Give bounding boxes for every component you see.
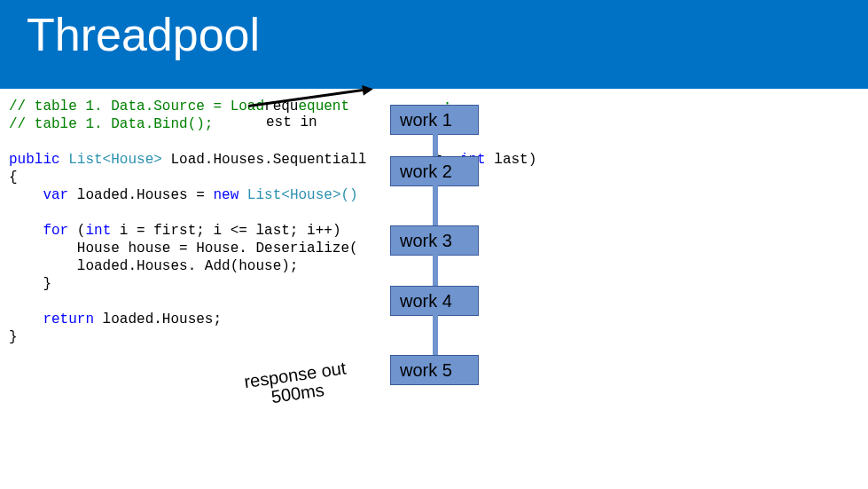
code-line-7: House house = House. Deserialize( [9,241,358,256]
workbox-5-label: work 5 [400,360,452,380]
code-line-6a [9,223,43,239]
code-line-3a: public [9,152,60,168]
code-line-5b: var [43,187,68,203]
code-line-3b: List<House> [60,152,162,168]
code-line-2: // table 1. Data.Bind(); [9,116,213,132]
code-line-6c: ( [68,223,85,239]
slide-title-text: Threadpool [27,9,260,60]
code-line-1a: // table 1. Data.Source = Load [9,99,264,114]
workbox-3-label: work 3 [400,231,452,250]
code-line-6e: i = first; i <= last; i++) [111,223,340,239]
code-line-5e: List<House>() [239,187,357,203]
code-line-11: } [9,329,18,345]
slide-title: Threadpool [0,0,868,89]
code-line-5a [9,187,43,203]
workbox-1-label: work 1 [400,110,452,130]
workbox-1: work 1 [390,105,479,135]
code-line-1d: est in [266,114,317,131]
connector-4-5 [433,314,438,355]
workbox-5: work 5 [390,355,479,385]
connector-2-3 [433,185,438,225]
connector-3-4 [433,254,438,286]
code-line-6b: for [43,223,68,239]
code-line-5c: loaded.Houses = [68,187,213,203]
code-line-10a [9,312,43,327]
code-line-8: loaded.Houses. Add(house); [9,258,298,274]
code-line-6d: int [85,223,111,239]
code-line-5d: new [213,187,239,203]
code-line-10c: loaded.Houses; [94,312,222,327]
code-line-9: } [9,276,51,292]
workbox-4: work 4 [390,286,479,316]
workbox-2-label: work 2 [400,162,452,181]
code-line-10b: return [43,312,94,327]
code-line-4: { [9,170,18,185]
workbox-2: work 2 [390,156,479,186]
arrow-head-icon [362,83,374,96]
connector-1-2 [433,133,438,156]
response-out-label: response out 500ms [243,359,349,410]
code-line-3e: last) [486,152,537,168]
workbox-3: work 3 [390,225,479,256]
slide-content: // table 1. Data.Source = Loadrequequent… [0,89,868,489]
workbox-4-label: work 4 [400,291,452,311]
